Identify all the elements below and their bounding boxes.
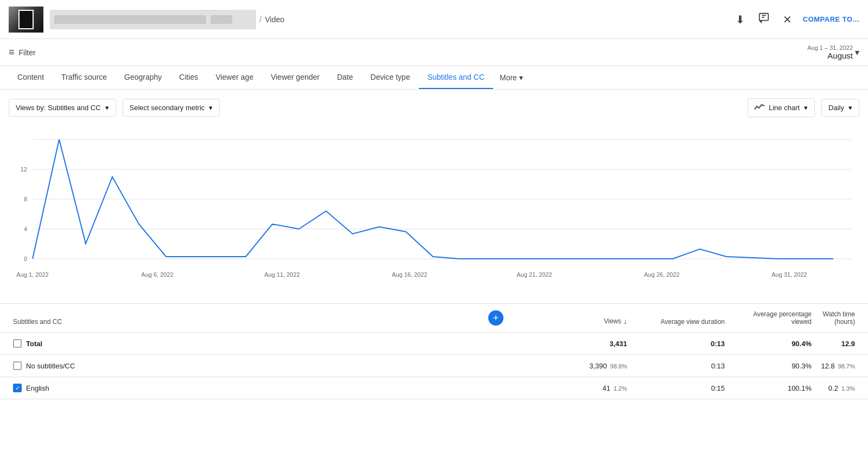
secondary-metric-label: Select secondary metric	[130, 104, 205, 112]
row-no-subtitles-avg-pct-viewed: 90.3%	[729, 361, 816, 371]
add-column-button[interactable]: +	[488, 310, 503, 326]
row-no-subtitles-views: 3,39098.8%	[545, 361, 631, 371]
chart-type-dropdown[interactable]: Line chart ▾	[748, 98, 815, 117]
col-header-dimension: Subtitles and CC	[9, 316, 447, 328]
top-bar: / Video ⬇ ✕ COMPARE TO...	[0, 0, 868, 39]
total-views: 3,431	[545, 339, 631, 349]
date-range-label: Aug 1 – 31, 2022	[807, 44, 853, 51]
row-no-subtitles-watch-time-pct: 98.7%	[838, 363, 855, 370]
date-range-selector[interactable]: Aug 1 – 31, 2022 August ▾	[807, 44, 859, 60]
svg-text:Aug 1, 2022: Aug 1, 2022	[16, 271, 48, 278]
breadcrumb-separator: /	[259, 15, 261, 24]
tab-content[interactable]: Content	[9, 66, 53, 90]
svg-text:12: 12	[21, 166, 27, 173]
total-label: Total	[26, 340, 42, 348]
row-english-avg-pct-viewed: 100.1%	[729, 383, 816, 393]
interval-label: Daily	[828, 104, 844, 112]
tab-geography[interactable]: Geography	[116, 66, 170, 90]
compare-button[interactable]: COMPARE TO...	[803, 15, 859, 23]
total-avg-pct-viewed: 90.4%	[729, 339, 816, 349]
total-views-empty	[447, 342, 545, 345]
line-chart-icon	[755, 103, 764, 112]
secondary-metric-dropdown[interactable]: Select secondary metric ▾	[123, 99, 220, 117]
row-english-watch-time-pct: 1.3%	[841, 385, 855, 392]
filter-icon: ≡	[9, 47, 15, 58]
breadcrumb-video-bar	[50, 10, 256, 29]
svg-text:4: 4	[24, 226, 27, 232]
tab-device-type[interactable]: Device type	[362, 66, 419, 90]
row-english-avg-view-duration: 0:15	[631, 383, 729, 393]
row-no-subtitles-views-pct: 98.8%	[610, 363, 627, 370]
breadcrumb-video-label: Video	[265, 15, 284, 24]
total-label-cell: Total	[9, 338, 447, 349]
tab-traffic-source[interactable]: Traffic source	[53, 66, 116, 90]
line-chart: 0 4 8 12 Aug 1, 2022 Aug 6, 2022 Aug 11,…	[9, 126, 859, 289]
svg-text:Aug 31, 2022: Aug 31, 2022	[771, 271, 807, 278]
feedback-icon[interactable]	[756, 10, 772, 29]
table-header-row: Subtitles and CC + Views ↓ Average view …	[0, 304, 868, 333]
svg-text:Aug 6, 2022: Aug 6, 2022	[141, 271, 173, 278]
controls-right: Line chart ▾ Daily ▾	[748, 98, 859, 117]
row-no-subtitles-add	[447, 365, 545, 367]
tab-viewer-age[interactable]: Viewer age	[207, 66, 262, 90]
table-row: ✓ English 411.2% 0:15 100.1% 0.21.3%	[0, 377, 868, 399]
svg-text:Aug 11, 2022: Aug 11, 2022	[264, 271, 299, 278]
total-checkbox[interactable]	[13, 339, 22, 348]
sort-arrow-icon: ↓	[623, 317, 627, 326]
col-header-avg-pct-viewed: Average percentage viewed	[729, 308, 816, 328]
top-bar-right: ⬇ ✕ COMPARE TO...	[733, 10, 859, 29]
no-subtitles-label: No subtitles/CC	[26, 362, 75, 370]
svg-text:8: 8	[24, 196, 27, 202]
breadcrumb: / Video	[50, 10, 284, 29]
controls-left: Views by: Subtitles and CC ▾ Select seco…	[9, 99, 220, 117]
svg-text:Aug 26, 2022: Aug 26, 2022	[644, 271, 679, 278]
top-bar-left: / Video	[9, 7, 284, 33]
secondary-metric-chevron-icon: ▾	[209, 104, 213, 112]
tab-viewer-gender[interactable]: Viewer gender	[262, 66, 328, 90]
tab-cities[interactable]: Cities	[170, 66, 207, 90]
interval-dropdown[interactable]: Daily ▾	[821, 99, 859, 117]
row-english-add	[447, 387, 545, 389]
primary-metric-dropdown[interactable]: Views by: Subtitles and CC ▾	[9, 99, 116, 117]
row-no-subtitles-avg-view-duration: 0:13	[631, 361, 729, 371]
tab-subtitles-cc[interactable]: Subtitles and CC	[419, 66, 493, 90]
download-icon[interactable]: ⬇	[733, 11, 747, 28]
col-header-avg-view-duration: Average view duration	[631, 316, 729, 328]
tabs-bar: Content Traffic source Geography Cities …	[0, 66, 868, 90]
row-english-views: 411.2%	[545, 383, 631, 393]
close-icon[interactable]: ✕	[781, 11, 794, 28]
interval-chevron-icon: ▾	[848, 104, 852, 112]
no-subtitles-checkbox[interactable]	[13, 361, 22, 370]
total-watch-time: 12.9	[816, 339, 859, 349]
col-header-views[interactable]: Views ↓	[545, 315, 631, 328]
table-row: No subtitles/CC 3,39098.8% 0:13 90.3% 12…	[0, 355, 868, 377]
filter-label: Filter	[19, 48, 36, 57]
chart-type-chevron-icon: ▾	[804, 104, 808, 112]
row-english-views-pct: 1.2%	[614, 385, 627, 392]
date-range-value: August	[807, 51, 853, 60]
primary-metric-label: Views by: Subtitles and CC	[16, 104, 101, 112]
svg-text:0: 0	[24, 256, 27, 262]
row-dimension-english: ✓ English	[9, 383, 447, 393]
tab-date[interactable]: Date	[328, 66, 362, 90]
more-chevron-icon: ▾	[519, 73, 523, 82]
table-row-total: Total 3,431 0:13 90.4% 12.9	[0, 333, 868, 355]
chart-container: 0 4 8 12 Aug 1, 2022 Aug 6, 2022 Aug 11,…	[0, 126, 868, 299]
row-english-watch-time: 0.21.3%	[816, 383, 859, 393]
svg-rect-0	[760, 14, 769, 21]
col-header-watch-time: Watch time (hours)	[816, 308, 859, 328]
video-thumbnail	[9, 7, 43, 33]
english-checkbox[interactable]: ✓	[13, 384, 22, 392]
svg-text:Aug 16, 2022: Aug 16, 2022	[392, 271, 427, 278]
row-dimension-no-subtitles: No subtitles/CC	[9, 360, 447, 371]
tab-more[interactable]: More ▾	[493, 67, 529, 88]
filter-bar: ≡ Filter Aug 1 – 31, 2022 August ▾	[0, 39, 868, 66]
total-avg-view-duration: 0:13	[631, 339, 729, 349]
chart-type-label: Line chart	[769, 104, 800, 112]
filter-control[interactable]: ≡ Filter	[9, 47, 36, 58]
chevron-down-icon: ▾	[855, 47, 859, 58]
more-label: More	[500, 73, 517, 82]
controls-row: Views by: Subtitles and CC ▾ Select seco…	[0, 90, 868, 126]
english-label: English	[26, 384, 49, 392]
data-table: Subtitles and CC + Views ↓ Average view …	[0, 303, 868, 399]
